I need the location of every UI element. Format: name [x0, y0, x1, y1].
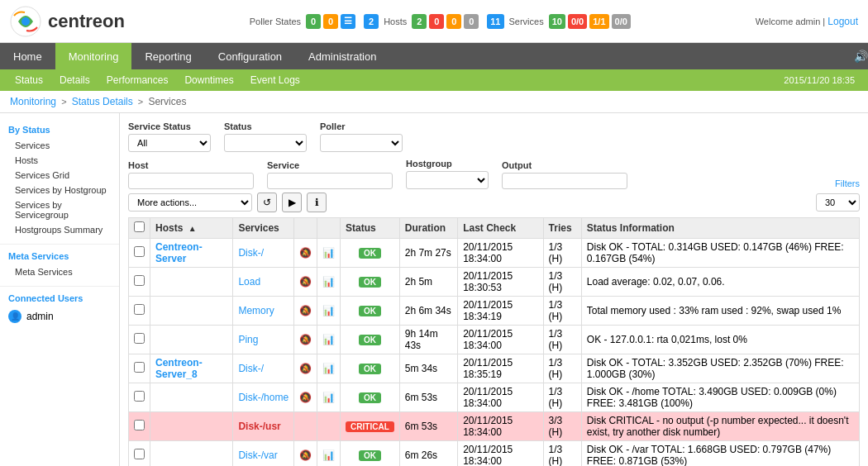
subnav-event-logs[interactable]: Event Logs [242, 69, 308, 91]
bell-icon[interactable]: 🔕 [299, 449, 312, 461]
bell-icon[interactable]: 🔕 [299, 363, 312, 374]
filter-service: Service [267, 160, 393, 189]
bell-icon[interactable]: 🔕 [299, 276, 312, 288]
th-hosts[interactable]: Hosts ▲ [150, 218, 233, 239]
actions-select[interactable]: More actions... [128, 193, 252, 212]
bell-icon[interactable]: 🔕 [299, 247, 312, 259]
row-checkbox[interactable] [134, 333, 145, 344]
refresh-button[interactable]: ↺ [257, 193, 277, 212]
cell-status: OK [341, 354, 400, 383]
logout-link[interactable]: Logout [827, 16, 858, 27]
table-row: Load🔕📊OK2h 5m20/11/2015 18:30:531/3 (H)L… [129, 268, 860, 297]
table-row: Ping🔕📊OK9h 14m 43s20/11/2015 18:34:001/3… [129, 326, 860, 354]
service-link[interactable]: Disk-/var [238, 449, 277, 461]
cell-last-check: 20/11/2015 18:34:00 [458, 412, 543, 441]
volume-icon[interactable]: 🔊 [854, 50, 868, 63]
subnav-details[interactable]: Details [51, 69, 98, 91]
cell-host [150, 297, 233, 326]
nav-configuration[interactable]: Configuration [205, 43, 295, 69]
filter-status-select[interactable]: Hard Soft [224, 134, 307, 152]
filters-link-container: Filters [835, 178, 860, 189]
sidebar-item-services-by-hostgroup[interactable]: Services by Hostgroup [0, 183, 119, 197]
subnav-performances[interactable]: Performances [98, 69, 177, 91]
subnav-downtimes[interactable]: Downtimes [176, 69, 241, 91]
filters-row-1: Service Status All OK Warning Critical U… [128, 121, 860, 152]
row-checkbox[interactable] [134, 246, 145, 257]
nav-home[interactable]: Home [0, 43, 55, 69]
th-tries[interactable]: Tries [543, 218, 581, 239]
sidebar-user-name: admin [26, 311, 54, 322]
service-link[interactable]: Ping [238, 334, 258, 345]
service-link[interactable]: Memory [238, 305, 274, 316]
row-checkbox[interactable] [134, 420, 145, 430]
sidebar-item-services-by-servicegroup[interactable]: Services by Servicegroup [0, 197, 119, 222]
filter-service-status-select[interactable]: All OK Warning Critical Unknown [128, 134, 211, 152]
graph-icon[interactable]: 📊 [322, 247, 335, 259]
cell-tries: 1/3 (H) [543, 297, 581, 326]
row-checkbox[interactable] [134, 362, 145, 373]
bell-icon[interactable]: 🔕 [299, 334, 312, 345]
info-button[interactable]: ℹ [307, 193, 327, 212]
nav-administration[interactable]: Administration [295, 43, 389, 69]
filters-link[interactable]: Filters [835, 178, 860, 188]
service-link[interactable]: Disk-/ [238, 247, 264, 259]
cell-status: OK [341, 297, 400, 326]
th-services[interactable]: Services [233, 218, 294, 239]
graph-icon[interactable]: 📊 [322, 305, 335, 316]
th-last-check[interactable]: Last Check [458, 218, 543, 239]
breadcrumb-services: Services [148, 96, 186, 107]
cell-host [150, 412, 233, 441]
filter-service-input[interactable] [267, 173, 393, 189]
select-all-checkbox[interactable] [134, 221, 145, 232]
sidebar-item-hostgroups-summary[interactable]: Hostgroups Summary [0, 222, 119, 237]
filter-hostgroup-select[interactable] [406, 171, 489, 189]
play-button[interactable]: ▶ [282, 193, 302, 212]
cell-host [150, 441, 233, 467]
sidebar-item-services-grid[interactable]: Services Grid [0, 168, 119, 183]
cell-duration: 6m 53s [399, 412, 457, 441]
cell-graph [317, 412, 341, 441]
service-link[interactable]: Disk-/usr [238, 421, 280, 432]
th-info[interactable]: Status Information [581, 218, 859, 239]
th-status[interactable]: Status [341, 218, 400, 239]
row-checkbox[interactable] [134, 275, 145, 286]
row-checkbox[interactable] [134, 391, 145, 402]
row-checkbox[interactable] [134, 304, 145, 315]
filter-host-input[interactable] [128, 173, 254, 189]
host-link[interactable]: Centreon-Server_8 [155, 357, 203, 380]
filter-output-label: Output [502, 160, 627, 170]
graph-icon[interactable]: 📊 [322, 334, 335, 345]
filter-poller-label: Poller [320, 121, 403, 131]
row-checkbox[interactable] [134, 449, 145, 459]
bell-icon[interactable]: 🔕 [299, 392, 312, 403]
bell-icon[interactable]: 🔕 [299, 305, 312, 316]
th-duration[interactable]: Duration [399, 218, 457, 239]
sidebar-by-status-title: By Status [0, 121, 119, 138]
sidebar-item-services[interactable]: Services [0, 138, 119, 153]
per-page-select[interactable]: 30 50 100 [816, 193, 860, 212]
service-link[interactable]: Load [238, 276, 260, 288]
nav-monitoring[interactable]: Monitoring [55, 43, 132, 69]
table-header-row: Hosts ▲ Services Status Duration Last Ch… [129, 218, 860, 239]
filter-poller-select[interactable] [320, 134, 403, 152]
host-link[interactable]: Centreon-Server [155, 241, 203, 264]
graph-icon[interactable]: 📊 [322, 392, 335, 403]
cell-service: Disk-/ [233, 239, 294, 268]
service-link[interactable]: Disk-/home [238, 392, 289, 403]
service-link[interactable]: Disk-/ [238, 363, 264, 374]
graph-icon[interactable]: 📊 [322, 449, 335, 461]
filter-output-input[interactable] [502, 173, 627, 189]
subnav-status[interactable]: Status [7, 69, 51, 91]
sidebar-item-hosts[interactable]: Hosts [0, 153, 119, 168]
cell-service: Disk-/usr [233, 412, 294, 441]
breadcrumb-monitoring[interactable]: Monitoring [10, 96, 56, 107]
filter-poller: Poller [320, 121, 403, 152]
sidebar-item-meta-services[interactable]: Meta Services [0, 264, 119, 279]
graph-icon[interactable]: 📊 [322, 276, 335, 288]
graph-icon[interactable]: 📊 [322, 363, 335, 374]
cell-bell: 🔕 [294, 239, 317, 268]
nav-reporting[interactable]: Reporting [131, 43, 204, 69]
breadcrumb-status-details[interactable]: Status Details [72, 96, 133, 107]
cell-last-check: 20/11/2015 18:34:00 [458, 326, 543, 354]
cell-info: Disk OK - /home TOTAL: 3.490GB USED: 0.0… [581, 383, 859, 412]
